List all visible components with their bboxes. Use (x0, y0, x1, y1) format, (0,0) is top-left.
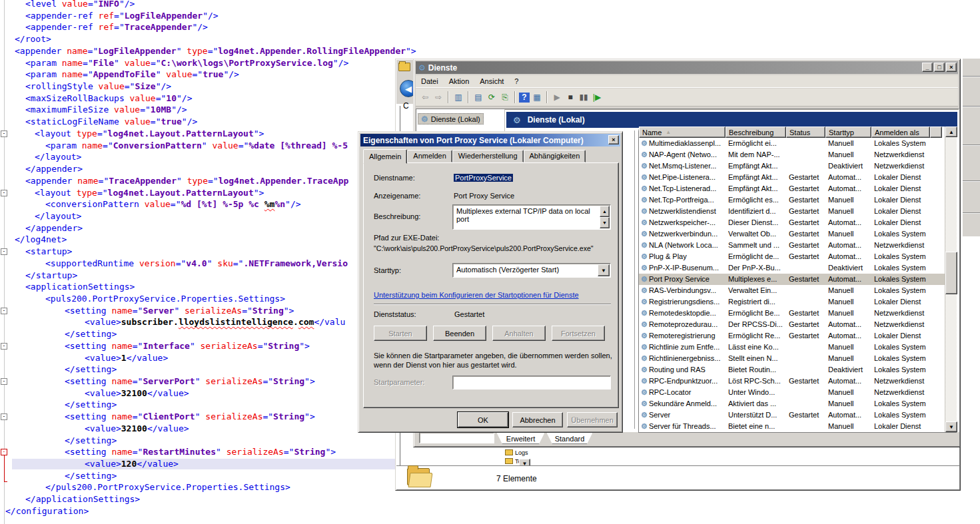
scroll-up-button[interactable]: ▲ (945, 127, 957, 137)
service-row[interactable]: ⚙Netzwerkspeicher-...Dieser Dienst...Ges… (639, 217, 957, 228)
fold-toggle-icon[interactable]: - (1, 413, 7, 420)
tab-allgemein[interactable]: Allgemein (363, 149, 407, 164)
scrollbar-thumb[interactable] (945, 252, 957, 294)
fold-toggle-icon[interactable]: - (1, 343, 7, 350)
description-pane-icon[interactable]: ▦ (531, 92, 543, 103)
code-line: <supportedRuntime version="v4.0" sku=".N… (0, 258, 416, 270)
starttyp-select[interactable]: Automatisch (Verzögerter Start) ▼ (452, 263, 611, 278)
tab-anmelden[interactable]: Anmelden (407, 150, 452, 162)
service-row[interactable]: ⚙RemoteregistrierungErmöglicht Re...Gest… (639, 330, 957, 342)
fold-toggle-icon[interactable]: - (1, 449, 7, 455)
export-list-icon[interactable]: ⎘ (499, 92, 511, 103)
service-row[interactable]: ⚙Remoteprozedurau...Der RPCSS-Di...Gesta… (639, 319, 957, 330)
maximize-button[interactable]: □ (934, 63, 945, 72)
tab-abhaengigkeiten[interactable]: Abhängigkeiten (524, 150, 586, 162)
service-row[interactable]: ⚙Richtlinie zum Entfe...Lässt eine Ko...… (639, 342, 957, 353)
service-cell: Lokaler Dienst (871, 217, 930, 228)
service-row[interactable]: ⚙Multimediaklassenpl...Ermöglicht ei...M… (639, 138, 957, 149)
minimize-button[interactable]: _ (922, 63, 933, 72)
service-row[interactable]: ⚙PnP-X-IP-Busenum...Der PnP-X-Bu...Deakt… (639, 262, 957, 274)
fold-toggle-icon[interactable]: - (1, 131, 7, 137)
service-row[interactable]: ⚙ServerUnterstützt D...GestartetAutomat.… (639, 409, 957, 421)
combo-dropdown-button[interactable]: ▼ (598, 264, 610, 276)
services-titlebar[interactable]: ⚙ Dienste _□× (416, 61, 958, 74)
service-row[interactable]: ⚙NLA (Network Loca...Sammelt und ...Gest… (639, 240, 957, 251)
console-tree-icon[interactable]: ▥ (452, 92, 464, 103)
menu-ansicht[interactable]: Ansicht (474, 76, 509, 87)
column-header-anmelden-als[interactable]: Anmelden als (871, 127, 930, 138)
stop-service-icon[interactable]: ■ (564, 92, 576, 103)
service-row[interactable]: ⚙Net.Pipe-Listenera...Empfängt Akt...Ges… (639, 172, 957, 183)
filter-box[interactable] (419, 432, 494, 443)
service-row[interactable]: ⚙NAP-Agent (Netwo...Mit dem NAP-...Manue… (639, 149, 957, 160)
service-row[interactable]: ⚙Net.Tcp-Listenerad...Empfängt Akt...Ges… (639, 183, 957, 194)
start-service-icon[interactable]: ▶ (551, 92, 563, 103)
tab-standard[interactable]: Standard (546, 432, 593, 444)
fold-toggle-icon[interactable]: - (1, 190, 7, 196)
service-row[interactable]: ⚙Netzwerkverbindun...Verwaltet Ob...Gest… (639, 228, 957, 240)
startoptions-help-link[interactable]: Unterstützung beim Konfigurieren der Sta… (374, 291, 579, 299)
service-row[interactable]: ⚙Server für Threads...Bietet eine n...Ma… (639, 421, 957, 432)
desc-scroll-up-button[interactable]: ▲ (600, 206, 610, 217)
pause-service-icon[interactable]: ▮▮ (578, 92, 590, 103)
ok-button[interactable]: OK (458, 412, 508, 427)
button-label: Übernehmen (571, 416, 614, 424)
forward-icon[interactable]: ⇨ (432, 92, 444, 103)
scroll-down-button[interactable]: ▼ (945, 421, 957, 432)
column-header-status[interactable]: Status (786, 127, 825, 138)
help-icon[interactable]: ? (519, 93, 530, 103)
abbrechen-button[interactable]: Abbrechen (512, 412, 563, 427)
service-row[interactable]: ⚙Richtlinienergebniss...Stellt einen N..… (639, 353, 957, 364)
refresh-icon[interactable]: ⟳ (486, 92, 498, 103)
column-header-beschreibung[interactable]: Beschreibung (726, 127, 786, 138)
service-row[interactable]: ⚙Port Proxy ServiceMultiplexes e...Gesta… (639, 274, 957, 285)
startparameter-input[interactable] (452, 376, 611, 390)
bernehmen-button[interactable]: Übernehmen (567, 412, 618, 427)
service-name: NAP-Agent (Netwo... (649, 149, 717, 160)
fold-toggle-icon[interactable]: - (1, 248, 7, 255)
restart-service-icon[interactable]: |▶ (591, 92, 603, 103)
tab-wiederherstellung[interactable]: Wiederherstellung (452, 150, 524, 162)
service-row[interactable]: ⚙RPC-LocatorUnter Windo...ManuellNetzwer… (639, 387, 957, 398)
tab-erweitert[interactable]: Erweitert (496, 432, 545, 444)
service-cell: Manuell (825, 398, 871, 409)
dialog-titlebar[interactable]: Eigenschaften von Port Proxy Service (Lo… (360, 134, 620, 146)
fortsetzen-button[interactable]: Fortsetzen (552, 326, 605, 341)
service-cell (786, 398, 825, 409)
service-row[interactable]: ⚙Net.Tcp-Portfreiga...Ermöglicht es...Ge… (639, 194, 957, 206)
service-row[interactable]: ⚙Routing und RASBietet Routin...Deaktivi… (639, 364, 957, 376)
back-icon[interactable]: ⇦ (419, 92, 431, 103)
service-row[interactable]: ⚙NetzwerklistendienstIdentifiziert d...G… (639, 206, 957, 217)
maximize-icon: □ (937, 63, 941, 71)
beschreibung-field[interactable]: Multiplexes external TCP/IP data on loca… (452, 204, 611, 230)
fold-toggle-icon[interactable]: - (1, 308, 7, 314)
column-header-name[interactable]: Name▲ (639, 127, 726, 138)
service-row[interactable]: ⚙Plug & PlayErmöglicht de...GestartetAut… (639, 251, 957, 262)
close-button[interactable]: × (946, 63, 957, 72)
desc-scroll-down-button[interactable]: ▼ (600, 217, 610, 228)
service-row[interactable]: ⚙Sekundäre Anmeld...Aktiviert das ...Man… (639, 398, 957, 409)
code-line: <layout type="log4net.Layout.PatternLayo… (0, 128, 416, 140)
menu-hilfe[interactable]: ? (509, 76, 524, 87)
service-row[interactable]: ⚙Registrierungsdiens...Registriert di...… (639, 296, 957, 308)
starten-button[interactable]: Starten (374, 326, 427, 341)
service-row[interactable]: ⚙Net.Msmq-Listener...Empfängt Akt...Deak… (639, 160, 957, 172)
menu-aktion[interactable]: Aktion (444, 76, 475, 87)
anhalten-button[interactable]: Anhalten (492, 326, 546, 341)
beenden-button[interactable]: Beenden (433, 326, 486, 341)
menu-datei[interactable]: Datei (416, 76, 444, 87)
close-button[interactable]: × (608, 135, 619, 144)
folder-item[interactable]: Logs (505, 449, 565, 457)
tree-item-dienste-lokal[interactable]: ⚙ Dienste (Lokal) (418, 113, 484, 125)
service-cell: Lokaler Dienst (871, 296, 930, 308)
pane-splitter[interactable] (634, 131, 635, 429)
vertical-scrollbar[interactable]: ▲ ▼ (945, 127, 957, 432)
service-row[interactable]: ⚙RPC-Endpunktzuor...Löst RPC-Sch...Gesta… (639, 376, 957, 387)
service-row[interactable]: ⚙Remotedesktopdie...Ermöglicht Be...Gest… (639, 308, 957, 319)
folder-item[interactable]: Tools (505, 458, 565, 465)
fold-toggle-icon[interactable]: - (1, 378, 7, 385)
properties-icon[interactable]: ▤ (472, 92, 484, 103)
service-row[interactable]: ⚙RAS-Verbindungsv...Verwaltet Ein...Manu… (639, 285, 957, 296)
column-header-starttyp[interactable]: Starttyp (825, 127, 871, 138)
code-line: <puls200.PortProxyService.Properties.Set… (0, 293, 416, 305)
